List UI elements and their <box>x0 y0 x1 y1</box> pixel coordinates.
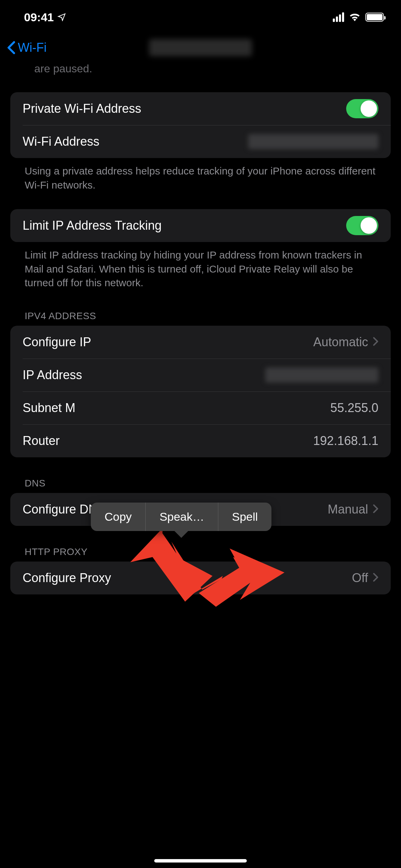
status-bar: 09:41 <box>0 0 401 34</box>
context-menu-spell[interactable]: Spell <box>218 503 272 531</box>
group-proxy: Configure Proxy Off <box>10 562 391 594</box>
context-menu: Copy Speak… Spell <box>91 503 271 531</box>
chevron-right-icon <box>373 335 378 349</box>
row-private-wifi-address[interactable]: Private Wi-Fi Address <box>10 92 391 125</box>
configure-ip-value: Automatic <box>313 335 378 349</box>
row-subnet-mask[interactable]: Subnet MaskSubnet M 55.255.0 <box>10 391 391 424</box>
status-time: 09:41 <box>24 11 54 24</box>
row-ip-address[interactable]: IP Address <box>10 359 391 391</box>
ip-address-label: IP Address <box>23 368 82 382</box>
limit-tracking-toggle[interactable] <box>346 216 378 235</box>
row-wifi-address[interactable]: Wi-Fi Address <box>10 125 391 158</box>
location-icon <box>57 11 66 24</box>
chevron-right-icon <box>373 502 378 517</box>
battery-icon <box>365 13 384 22</box>
configure-dns-value: Manual <box>328 502 378 517</box>
status-right <box>333 11 384 24</box>
cellular-icon <box>333 12 344 22</box>
chevron-right-icon <box>373 571 378 585</box>
private-wifi-footer: Using a private address helps reduce tra… <box>10 158 391 192</box>
private-wifi-label: Private Wi-Fi Address <box>23 101 141 116</box>
popover-arrow-icon <box>174 531 188 538</box>
configure-ip-label: Configure IP <box>23 335 91 349</box>
dns-header: DNS <box>10 457 391 493</box>
ip-address-value-redacted <box>265 367 378 383</box>
configure-proxy-label: Configure Proxy <box>23 571 111 585</box>
group-private-wifi: Private Wi-Fi Address Wi-Fi Address <box>10 92 391 158</box>
truncated-footer-text: are paused. <box>0 62 401 79</box>
row-router[interactable]: Router 192.168.1.1 <box>10 424 391 457</box>
configure-proxy-value: Off <box>352 571 378 585</box>
nav-title-redacted <box>149 39 252 56</box>
row-limit-ip-tracking[interactable]: Limit IP Address Tracking <box>10 209 391 242</box>
row-configure-proxy[interactable]: Configure Proxy Off <box>10 562 391 594</box>
private-wifi-toggle[interactable] <box>346 99 378 118</box>
configure-proxy-value-text: Off <box>352 571 368 585</box>
group-limit-tracking: Limit IP Address Tracking <box>10 209 391 242</box>
configure-dns-value-text: Manual <box>328 502 368 517</box>
configure-ip-value-text: Automatic <box>313 335 368 349</box>
router-value: 192.168.1.1 <box>313 434 378 448</box>
back-button[interactable]: Wi-Fi <box>7 40 47 55</box>
wifi-address-label: Wi-Fi Address <box>23 134 99 149</box>
wifi-icon <box>349 11 361 24</box>
back-label: Wi-Fi <box>18 40 47 55</box>
limit-tracking-footer: Limit IP address tracking by hiding your… <box>10 242 391 290</box>
row-configure-ip[interactable]: Configure IP Automatic <box>10 326 391 359</box>
wifi-address-value-redacted <box>248 134 378 149</box>
subnet-value: 55.255.0 <box>330 401 378 415</box>
home-indicator[interactable] <box>154 859 247 863</box>
chevron-left-icon <box>7 41 16 55</box>
context-menu-copy[interactable]: Copy <box>91 503 145 531</box>
group-ipv4: Configure IP Automatic IP Address Subnet… <box>10 326 391 457</box>
subnet-label: Subnet MaskSubnet M <box>23 401 75 415</box>
status-left: 09:41 <box>24 11 66 24</box>
router-label: Router <box>23 434 60 448</box>
proxy-header: HTTP PROXY <box>10 526 391 562</box>
limit-tracking-label: Limit IP Address Tracking <box>23 218 162 233</box>
nav-bar: Wi-Fi <box>0 34 401 64</box>
context-menu-speak[interactable]: Speak… <box>145 503 218 531</box>
ipv4-header: IPV4 ADDRESS <box>10 290 391 326</box>
